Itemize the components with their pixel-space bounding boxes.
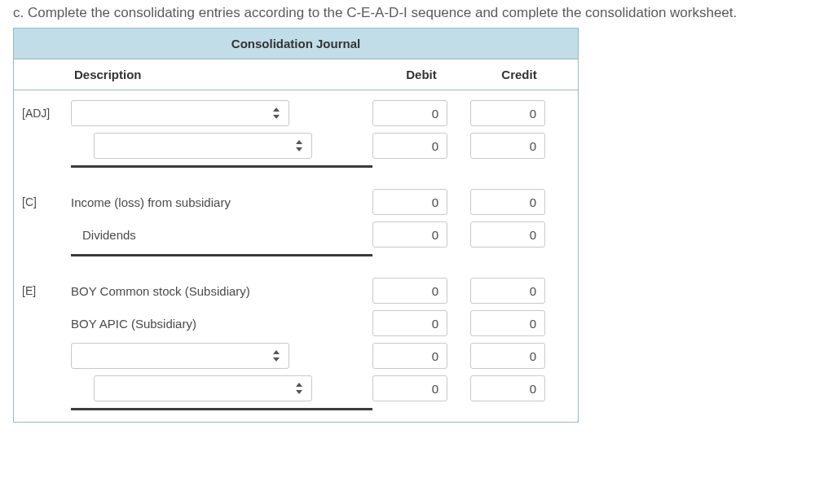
description-label: Income (loss) from subsidiary (71, 195, 372, 209)
table-row (14, 340, 578, 372)
credit-input[interactable] (470, 189, 545, 215)
debit-input[interactable] (372, 375, 447, 401)
header-description: Description (71, 68, 372, 81)
credit-input[interactable] (470, 100, 545, 126)
panel-title: Consolidation Journal (14, 28, 578, 59)
entry-tag-e: [E] (14, 284, 71, 297)
description-label: BOY Common stock (Subsidiary) (71, 284, 372, 298)
section-c: [C] Income (loss) from subsidiary Divide… (14, 179, 578, 268)
credit-input[interactable] (470, 310, 545, 336)
entry-tag-adj: [ADJ] (14, 107, 71, 120)
credit-input[interactable] (470, 343, 545, 369)
debit-input[interactable] (372, 133, 447, 159)
sort-icon (272, 107, 280, 119)
debit-input[interactable] (372, 221, 447, 248)
table-row: [ADJ] (14, 97, 578, 129)
question-prompt: c. Complete the consolidating entries ac… (13, 5, 802, 21)
section-divider (14, 251, 578, 268)
credit-input[interactable] (470, 375, 545, 401)
section-divider (14, 162, 578, 179)
description-label: Dividends (71, 228, 372, 242)
table-row (14, 372, 578, 405)
description-select[interactable] (94, 133, 312, 159)
section-e: [E] BOY Common stock (Subsidiary) BOY AP… (14, 268, 578, 422)
description-label: BOY APIC (Subsidiary) (71, 317, 372, 331)
sort-icon (272, 350, 280, 362)
header-credit: Credit (470, 68, 568, 81)
description-select[interactable] (71, 100, 289, 126)
debit-input[interactable] (372, 278, 447, 304)
column-headers: Description Debit Credit (14, 59, 578, 90)
description-select[interactable] (94, 375, 312, 401)
credit-input[interactable] (470, 221, 545, 248)
sort-icon (295, 383, 303, 394)
section-adj: [ADJ] (14, 90, 578, 179)
credit-input[interactable] (470, 278, 545, 304)
debit-input[interactable] (372, 343, 447, 369)
table-row: [C] Income (loss) from subsidiary (14, 186, 578, 218)
consolidation-journal-panel: Consolidation Journal Description Debit … (13, 28, 579, 423)
debit-input[interactable] (372, 310, 447, 336)
credit-input[interactable] (470, 133, 545, 159)
section-divider (14, 405, 578, 422)
debit-input[interactable] (372, 100, 447, 126)
table-row (14, 129, 578, 162)
description-select[interactable] (71, 343, 289, 369)
table-row: Dividends (14, 218, 578, 251)
sort-icon (295, 140, 303, 151)
header-debit: Debit (372, 68, 470, 81)
table-row: BOY APIC (Subsidiary) (14, 307, 578, 340)
debit-input[interactable] (372, 189, 447, 215)
entry-tag-c: [C] (14, 195, 71, 208)
table-row: [E] BOY Common stock (Subsidiary) (14, 274, 578, 307)
